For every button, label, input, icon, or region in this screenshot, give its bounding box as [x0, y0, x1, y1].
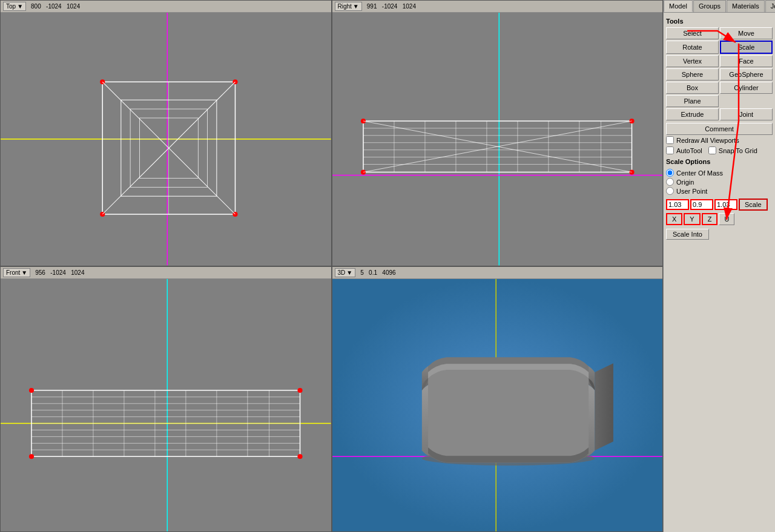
vp-top-right-canvas[interactable] [332, 13, 663, 266]
z-axis-button[interactable]: Z [702, 213, 718, 225]
vp-bottom-left-name: Front [6, 269, 20, 276]
u-axis-button[interactable]: U [719, 213, 734, 225]
origin-label: Origin [676, 179, 694, 186]
vp-top-right-label[interactable]: Right ▼ [335, 2, 362, 11]
x-scale-input[interactable]: 1.03 [666, 199, 689, 210]
radio-center: Center Of Mass [666, 169, 773, 177]
scale-options-label: Scale Options [666, 158, 773, 165]
svg-point-45 [29, 454, 34, 459]
scale-options: Center Of Mass Origin User Point [666, 169, 773, 195]
scale-into-button[interactable]: Scale Into [666, 229, 709, 240]
panel-content: Tools Select Move Rotate Scale Vertex Fa… [664, 13, 775, 532]
autotool-label: AutoTool [676, 147, 702, 154]
extrude-button[interactable]: Extrude [666, 108, 719, 120]
svg-rect-39 [1, 279, 331, 532]
autotool-checkbox[interactable] [666, 146, 674, 154]
vp-top-right-coords: 991 -1024 1024 [367, 3, 416, 10]
cylinder-button[interactable]: Cylinder [720, 82, 773, 94]
z-scale-input[interactable]: 1.03 [714, 199, 737, 210]
tab-materials[interactable]: Materials [727, 0, 765, 12]
tab-joints[interactable]: Joints [765, 0, 775, 12]
snaptogrid-checkbox[interactable] [708, 146, 716, 154]
user-point-label: User Point [676, 188, 707, 195]
scale-button[interactable]: Scale [720, 41, 773, 54]
vp-bottom-right-label[interactable]: 3D ▼ [335, 268, 356, 277]
svg-point-20 [629, 119, 634, 123]
box-button[interactable]: Box [666, 82, 719, 94]
svg-point-44 [297, 387, 302, 392]
comment-button[interactable]: Comment [666, 123, 773, 135]
vp-bottom-right-name: 3D [338, 269, 346, 276]
vp-top-left-coords: 800 -1024 1024 [31, 3, 80, 10]
tools-label: Tools [666, 18, 773, 25]
autotool-row: AutoTool [666, 146, 702, 154]
y-scale-input[interactable]: 0.9 [690, 199, 713, 210]
geosphere-button[interactable]: GeoSphere [720, 68, 773, 80]
vp-bottom-left-label[interactable]: Front ▼ [3, 268, 30, 277]
plane-button[interactable]: Plane [666, 95, 719, 107]
panel-tabs: Model Groups Materials Joints [664, 0, 775, 13]
redraw-row: Redraw All Viewports [666, 136, 773, 144]
tab-groups[interactable]: Groups [693, 0, 726, 12]
vp-bottom-left-coords: 956 -1024 1024 [35, 269, 84, 276]
svg-point-43 [29, 387, 34, 392]
face-button[interactable]: Face [720, 55, 773, 67]
user-point-radio[interactable] [666, 187, 674, 195]
vp-top-left-name: Top [6, 3, 16, 10]
scale-values-row: 1.03 0.9 1.03 Scale [666, 199, 773, 211]
vp-top-right-name: Right [338, 3, 352, 10]
center-of-mass-label: Center Of Mass [676, 169, 723, 177]
redraw-checkbox[interactable] [666, 136, 674, 144]
vp-top-left-label[interactable]: Top ▼ [3, 2, 26, 11]
radio-origin: Origin [666, 178, 773, 186]
axis-buttons-row: X Y Z U [666, 213, 773, 225]
y-axis-button[interactable]: Y [684, 213, 700, 225]
tab-model[interactable]: Model [664, 0, 693, 12]
joint-button[interactable]: Joint [720, 108, 773, 120]
scale-apply-button[interactable]: Scale [739, 199, 768, 211]
vp-top-left-canvas[interactable] [1, 13, 331, 266]
scale-into-row: Scale Into [666, 226, 773, 242]
tools-grid: Select Move Rotate Scale Vertex Face Sph… [666, 27, 773, 120]
svg-point-46 [297, 454, 302, 459]
origin-radio[interactable] [666, 178, 674, 186]
svg-rect-15 [332, 13, 663, 266]
select-button[interactable]: Select [666, 27, 719, 39]
vp-bottom-right-canvas[interactable] [332, 279, 663, 532]
vp-bottom-right-coords: 5 0.1 4096 [360, 269, 395, 276]
sphere-button[interactable]: Sphere [666, 68, 719, 80]
center-of-mass-radio[interactable] [666, 169, 674, 177]
rotate-button[interactable]: Rotate [666, 41, 719, 54]
vertex-button[interactable]: Vertex [666, 55, 719, 67]
snaptogrid-row: Snap To Grid [708, 146, 757, 154]
right-panel: Model Groups Materials Joints Tools Sele… [663, 0, 775, 532]
x-axis-button[interactable]: X [666, 213, 682, 225]
move-button[interactable]: Move [720, 27, 773, 39]
snaptogrid-label: Snap To Grid [719, 147, 757, 154]
radio-user-point: User Point [666, 187, 773, 195]
redraw-label: Redraw All Viewports [676, 137, 739, 144]
vp-bottom-left-canvas[interactable] [1, 279, 331, 532]
